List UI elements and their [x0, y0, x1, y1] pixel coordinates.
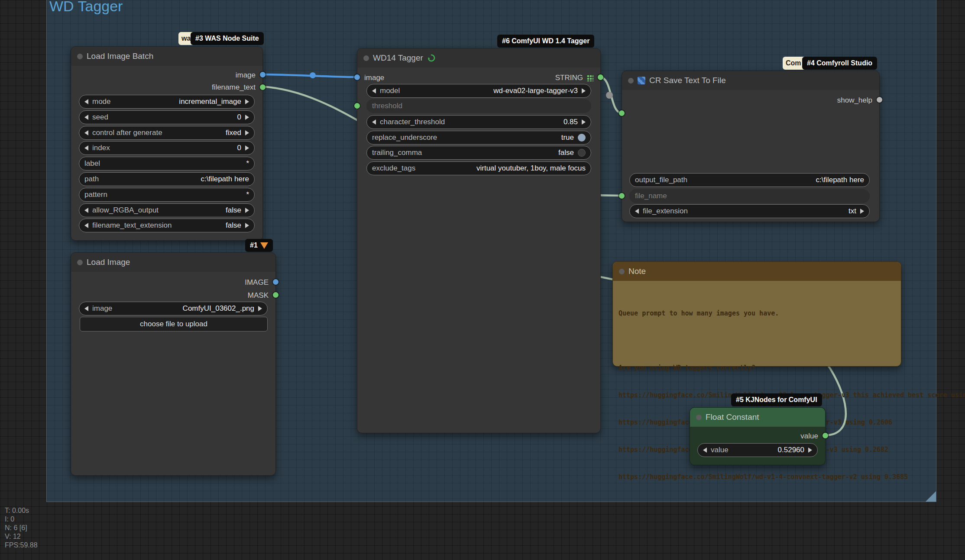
- widget-exclude-tags[interactable]: exclude_tags virtual youtuber, 1boy, mal…: [366, 161, 591, 175]
- output-slot-show-help[interactable]: show_help: [837, 95, 872, 106]
- widget-value: true: [561, 133, 574, 142]
- output-port-filename-text[interactable]: [260, 84, 266, 90]
- node-graph-canvas[interactable]: WD Tagger wa #3 WAS Node Suite Load Imag…: [0, 0, 965, 560]
- node-titlebar[interactable]: Load Image: [71, 253, 275, 272]
- node-cr-save-text-to-file[interactable]: CR Save Text To File show_help output_fi…: [622, 71, 880, 222]
- widget-label: trailing_comma: [372, 148, 422, 157]
- input-port-image[interactable]: [354, 74, 360, 80]
- arrow-right-icon[interactable]: [245, 223, 249, 228]
- widget-output-file-path[interactable]: output_file_path c:\filepath here: [629, 173, 870, 187]
- node-title: Load Image: [87, 257, 130, 267]
- widget-mode[interactable]: mode incremental_image: [79, 95, 255, 109]
- node-load-image[interactable]: Load Image IMAGE MASK image ComfyUI_0360…: [71, 252, 276, 476]
- widget-allow-rgba-output[interactable]: allow_RGBA_output false: [79, 203, 255, 217]
- comfyroll-icon: [638, 77, 645, 84]
- node-titlebar[interactable]: Note: [613, 262, 901, 281]
- arrow-right-icon[interactable]: [258, 306, 262, 311]
- arrow-right-icon[interactable]: [860, 209, 864, 214]
- output-slot-value[interactable]: value: [800, 431, 818, 442]
- widget-replace-underscore[interactable]: replace_underscore true: [366, 131, 591, 145]
- badge-label: #6 ComfyUI WD 1.4 Tagger: [502, 35, 589, 48]
- collapse-dot[interactable]: [363, 55, 369, 61]
- output-port-image[interactable]: [273, 279, 278, 285]
- arrow-left-icon[interactable]: [84, 223, 88, 228]
- node-titlebar[interactable]: CR Save Text To File: [622, 71, 879, 90]
- output-slot-string[interactable]: STRING: [555, 72, 593, 84]
- collapse-dot[interactable]: [619, 269, 625, 274]
- toggle-knob-on[interactable]: [578, 134, 586, 142]
- widget-label: index: [92, 144, 110, 152]
- toggle-knob-off[interactable]: [578, 149, 586, 157]
- widget-value: c:\filepath here: [201, 175, 249, 183]
- output-port-string[interactable]: [598, 74, 603, 80]
- arrow-right-icon[interactable]: [582, 119, 586, 125]
- arrow-left-icon[interactable]: [84, 208, 88, 213]
- input-port-text[interactable]: [619, 110, 625, 116]
- widget-file-extension[interactable]: file_extension txt: [629, 204, 870, 218]
- arrow-left-icon[interactable]: [84, 115, 88, 120]
- output-slot-image[interactable]: image: [236, 70, 256, 81]
- widget-index[interactable]: index 0: [79, 141, 255, 155]
- input-slot-image[interactable]: image: [364, 72, 384, 84]
- widget-image-file[interactable]: image ComfyUI_03602_.png: [79, 302, 268, 315]
- input-port-file-name[interactable]: [619, 193, 625, 199]
- node-title: Note: [628, 267, 646, 276]
- arrow-left-icon[interactable]: [703, 447, 707, 453]
- output-port-show-help[interactable]: [877, 97, 882, 103]
- arrow-left-icon[interactable]: [635, 209, 639, 214]
- collapse-dot[interactable]: [696, 415, 702, 420]
- output-slot-image[interactable]: IMAGE: [245, 277, 269, 288]
- node-title: WD14 Tagger: [373, 53, 423, 63]
- arrow-left-icon[interactable]: [84, 145, 88, 151]
- widget-seed[interactable]: seed 0: [79, 110, 255, 124]
- input-port-threshold[interactable]: [354, 103, 360, 109]
- node-wd14-tagger[interactable]: WD14 Tagger image STRING model wd-eva02-…: [357, 48, 601, 433]
- collapse-dot[interactable]: [628, 78, 634, 84]
- node-titlebar[interactable]: Load Image Batch: [71, 47, 262, 66]
- arrow-right-icon[interactable]: [245, 145, 249, 151]
- widget-label-field[interactable]: label *: [79, 157, 255, 171]
- arrow-left-icon[interactable]: [84, 130, 88, 135]
- widget-control-after-generate[interactable]: control after generate fixed: [79, 126, 255, 140]
- arrow-right-icon[interactable]: [245, 99, 249, 104]
- node-load-image-batch[interactable]: Load Image Batch image filename_text mod…: [71, 46, 263, 241]
- widget-trailing-comma[interactable]: trailing_comma false: [366, 146, 591, 160]
- badge-comfyroll-studio: #4 Comfyroll Studio: [802, 57, 877, 70]
- node-titlebar[interactable]: WD14 Tagger: [357, 48, 600, 68]
- widget-value: false: [226, 206, 241, 215]
- arrow-right-icon[interactable]: [245, 115, 249, 120]
- arrow-right-icon[interactable]: [245, 130, 249, 135]
- collapse-dot[interactable]: [77, 54, 83, 59]
- widget-value: ComfyUI_03602_.png: [183, 304, 254, 313]
- node-float-constant[interactable]: Float Constant value value 0.52960: [690, 407, 826, 465]
- reroute-dot[interactable]: [606, 92, 613, 99]
- badge-fox: #1: [245, 239, 273, 252]
- widget-model[interactable]: model wd-eva02-large-tagger-v3: [366, 84, 591, 98]
- output-port-value[interactable]: [823, 433, 828, 438]
- widget-pattern[interactable]: pattern *: [79, 188, 255, 202]
- node-title: CR Save Text To File: [649, 76, 726, 85]
- arrow-left-icon[interactable]: [84, 99, 88, 104]
- widget-label: file_extension: [643, 207, 688, 216]
- output-slot-mask[interactable]: MASK: [248, 290, 269, 301]
- choose-file-button[interactable]: choose file to upload: [80, 317, 268, 331]
- output-slot-filename-text[interactable]: filename_text: [212, 82, 256, 93]
- widget-filename-text-extension[interactable]: filename_text_extension false: [79, 219, 255, 232]
- arrow-right-icon[interactable]: [808, 447, 812, 453]
- slot-label: IMAGE: [245, 278, 269, 287]
- node-note[interactable]: Note Queue prompt to how many images you…: [612, 261, 901, 367]
- arrow-right-icon[interactable]: [582, 88, 586, 93]
- widget-character-threshold[interactable]: character_threshold 0.85: [366, 115, 591, 129]
- widget-label: value: [711, 446, 729, 454]
- collapse-dot[interactable]: [77, 260, 83, 265]
- arrow-right-icon[interactable]: [245, 208, 249, 213]
- arrow-left-icon[interactable]: [372, 88, 376, 93]
- widget-path[interactable]: path c:\filepath here: [79, 172, 255, 186]
- widget-value[interactable]: value 0.52960: [697, 443, 818, 457]
- badge-label: #5 KJNodes for ComfyUI: [736, 393, 817, 406]
- node-titlebar[interactable]: Float Constant: [690, 408, 825, 427]
- output-port-image[interactable]: [260, 72, 266, 77]
- arrow-left-icon[interactable]: [84, 306, 88, 311]
- output-port-mask[interactable]: [273, 292, 278, 298]
- arrow-left-icon[interactable]: [372, 119, 376, 125]
